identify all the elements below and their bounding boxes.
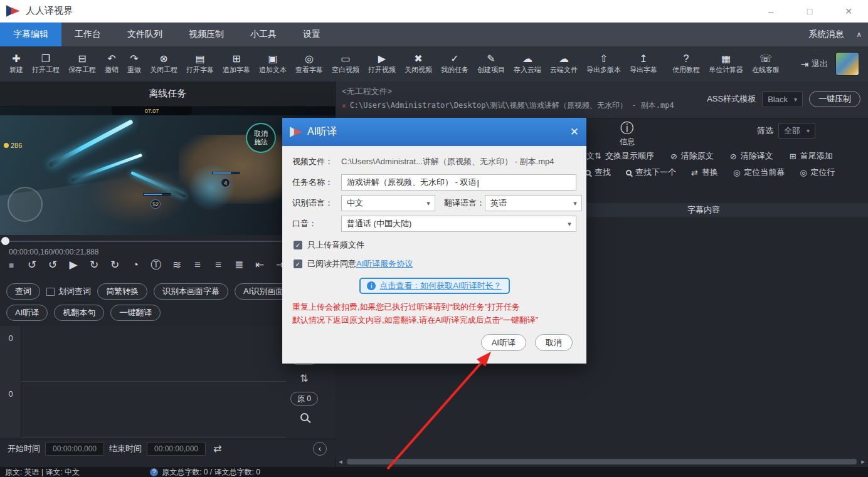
task-name-input[interactable]: 游戏讲解（原视频、无水印） - 双语 | <box>341 174 576 191</box>
clear-target-button[interactable]: ⊘清除译文 <box>730 150 773 162</box>
text-style-button[interactable]: Ⓣ <box>150 258 162 272</box>
toolbar-online-support[interactable]: ☏在线客服 <box>748 48 784 80</box>
toolbar-unit-calculator[interactable]: ▦单位计算器 <box>704 48 748 80</box>
ass-template-select[interactable]: Black ▾ <box>762 92 803 107</box>
close-icon[interactable]: ✕ <box>570 125 579 139</box>
rewind-1s-button[interactable]: ↺ <box>46 258 59 271</box>
filter-select[interactable]: 全部 ▾ <box>778 123 815 139</box>
forward-1s-button[interactable]: ↻ <box>88 258 100 271</box>
scroll-right-icon[interactable]: ▸ <box>858 458 868 466</box>
rewind-3s-button[interactable]: ↺ <box>26 258 38 271</box>
locate-line-button[interactable]: ◎定位行 <box>800 167 835 178</box>
original-count-button[interactable]: 原 0 <box>290 392 318 406</box>
timeline-handle[interactable] <box>1 237 9 245</box>
align-middle-button[interactable]: ≡ <box>212 259 225 271</box>
play-button[interactable]: ▶ <box>67 258 80 271</box>
toolbar-new[interactable]: ✚新建 <box>5 48 28 80</box>
clear-source-button[interactable]: ⊘清除原文 <box>670 150 714 162</box>
lookup-word-button[interactable]: 查词 <box>6 283 40 300</box>
chevron-up-icon[interactable]: ∧ <box>856 30 862 39</box>
toolbar-save-cloud[interactable]: ☁存入云端 <box>509 48 546 80</box>
equalizer-button[interactable]: ≋ <box>171 258 183 271</box>
end-time-input[interactable]: 00:00:00,000 <box>147 442 206 456</box>
subtitle-row[interactable]: 0 <box>0 382 286 438</box>
ai-transcribe-button[interactable]: AI听译 <box>6 305 48 321</box>
close-icon[interactable]: ✕ <box>829 0 868 23</box>
toolbar-open-video[interactable]: ▶打开视频 <box>364 48 400 80</box>
translate-language-select[interactable]: 英语 ▾ <box>485 195 582 211</box>
toolbar-close-project[interactable]: ⊗关闭工程 <box>146 48 182 80</box>
toolbar-save-project[interactable]: ⊟保存工程 <box>64 48 100 80</box>
swap-display-order-button[interactable]: 文⇅交换显示顺序 <box>586 150 654 162</box>
toolbar-view-subtitle[interactable]: ◎查看字幕 <box>291 48 327 80</box>
toolbar-exit[interactable]: ⇥退出 <box>800 58 828 70</box>
toolbar-open-project[interactable]: ❐打开工程 <box>28 48 64 80</box>
video-file-path: C:\Users\Administrator\Desktop\测试\视频\游戏讲… <box>350 100 674 111</box>
sort-icon[interactable]: ⇅ <box>300 372 308 384</box>
forward-3s-button[interactable]: ↻ <box>109 258 121 271</box>
ocr-frame-button[interactable]: 识别本画面字幕 <box>154 283 228 300</box>
agreement-link[interactable]: AI听译服务协议 <box>356 258 413 270</box>
toolbar-create-project[interactable]: ✎创建项目 <box>473 48 509 80</box>
mt-sentence-button[interactable]: 机翻本句 <box>54 305 104 321</box>
toolbar-tutorial[interactable]: ?使用教程 <box>668 48 704 80</box>
collapse-panel-icon[interactable]: ‹ <box>313 442 327 456</box>
toolbar-append-subtitle[interactable]: ⊞追加字幕 <box>218 48 255 80</box>
start-time-input[interactable]: 00:00:00,000 <box>45 442 104 456</box>
minimize-icon[interactable]: – <box>751 0 790 23</box>
agreement-checkbox[interactable]: ✓ <box>294 259 302 268</box>
menu-file-queue[interactable]: 文件队列 <box>114 23 176 46</box>
align-top-button[interactable]: ≡ <box>191 259 204 271</box>
zoom-icon[interactable] <box>300 413 309 421</box>
toolbar-export-versions[interactable]: ⇧导出多版本 <box>582 48 625 80</box>
scrollbar-thumb[interactable] <box>347 459 857 464</box>
avatar[interactable] <box>835 52 859 76</box>
scroll-left-icon[interactable]: ◂ <box>336 458 346 466</box>
menu-workbench[interactable]: 工作台 <box>61 23 114 46</box>
replace-button[interactable]: ⇄替换 <box>691 167 718 178</box>
hint-link-button[interactable]: i 点击查看：如何获取AI听译时长？ <box>359 278 510 294</box>
accent-select[interactable]: 普通话 (中国大陆) ▾ <box>341 216 576 232</box>
toolbar-my-tasks[interactable]: ✓我的任务 <box>437 48 473 80</box>
info-button[interactable]: ⓘ 信息 <box>611 122 643 147</box>
align-bottom-button[interactable]: ≣ <box>233 258 245 271</box>
find-button[interactable]: 查找 <box>585 167 611 178</box>
toolbar-append-text[interactable]: ▣追加文本 <box>255 48 291 80</box>
menu-video-encode[interactable]: 视频压制 <box>176 23 237 46</box>
help-circle-icon[interactable]: ? <box>150 468 158 476</box>
append-ends-button[interactable]: ⊞首尾添加 <box>790 150 833 162</box>
timer-button[interactable]: ◔ <box>129 259 142 271</box>
menu-settings[interactable]: 设置 <box>290 23 334 46</box>
audio-only-checkbox[interactable]: ✓ <box>294 241 302 249</box>
time-edit-row: 开始时间 00:00:00,000 结束时间 00:00:00,000 ⇄ ‹ <box>0 439 336 458</box>
ass-template-label: ASS样式模板 <box>707 93 756 105</box>
simplified-traditional-button[interactable]: 简繁转换 <box>97 283 147 300</box>
toolbar-cloud-files[interactable]: ☁云端文件 <box>546 48 582 80</box>
toolbar-undo[interactable]: ↶撤销 <box>100 48 123 80</box>
locate-current-button[interactable]: ◎定位当前幕 <box>733 167 785 178</box>
jump-start-button[interactable]: ⇤ <box>253 258 266 271</box>
filter-group: 筛选 全部 ▾ <box>757 123 815 139</box>
swap-times-icon[interactable]: ⇄ <box>213 443 221 454</box>
remove-file-icon[interactable]: ✕ <box>342 102 346 110</box>
select-lookup-checkbox[interactable] <box>46 288 55 296</box>
confirm-ai-transcribe-button[interactable]: AI听译 <box>481 334 526 351</box>
horizontal-scrollbar[interactable]: ◂ ▸ <box>336 456 868 467</box>
stop-button[interactable]: ■ <box>5 260 18 270</box>
cancel-button[interactable]: 取消 <box>535 334 573 351</box>
toolbar-export-subtitle[interactable]: ↥导出字幕 <box>625 48 662 80</box>
toolbar-close-video[interactable]: ✖关闭视频 <box>400 48 437 80</box>
subtitle-row[interactable]: 0 <box>0 326 286 382</box>
system-message-button[interactable]: 系统消息 <box>808 29 844 40</box>
mt-all-button[interactable]: 一键翻译 <box>110 305 161 321</box>
maximize-icon[interactable]: □ <box>790 0 829 23</box>
menu-subtitle-edit[interactable]: 字幕编辑 <box>0 23 61 46</box>
toolbar-blank-video[interactable]: ▭空白视频 <box>327 48 364 80</box>
toolbar-open-subtitle[interactable]: ▤打开字幕 <box>182 48 218 80</box>
select-lookup-toggle[interactable]: 划词查词 <box>46 286 91 297</box>
find-next-button[interactable]: 查找下一个 <box>626 167 676 178</box>
one-click-render-button[interactable]: 一键压制 <box>809 91 860 107</box>
menu-tools[interactable]: 小工具 <box>237 23 290 46</box>
toolbar-redo[interactable]: ↷重做 <box>123 48 146 80</box>
recognize-language-select[interactable]: 中文 ▾ <box>341 195 435 211</box>
